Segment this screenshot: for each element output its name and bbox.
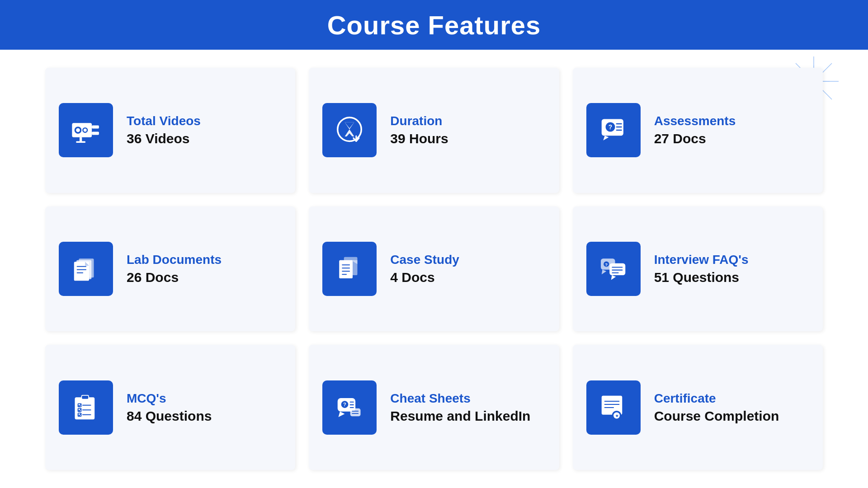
certificate-icon: ★ bbox=[598, 392, 629, 423]
certificate-value: Course Completion bbox=[654, 408, 779, 424]
certificate-icon-box: ★ bbox=[586, 380, 641, 435]
svg-point-10 bbox=[76, 128, 80, 132]
page-header: Course Features bbox=[0, 0, 868, 50]
svg-text:?: ? bbox=[608, 124, 612, 131]
card-assessments: ? Assessments 27 Docs bbox=[573, 68, 823, 193]
svg-rect-46 bbox=[82, 395, 88, 399]
svg-text:?: ? bbox=[605, 262, 608, 267]
duration-text: Duration 39 Hours bbox=[390, 114, 448, 146]
card-case-study: Case Study 4 Docs bbox=[309, 206, 559, 332]
assessments-value: 27 Docs bbox=[654, 131, 736, 146]
svg-point-12 bbox=[84, 129, 87, 132]
mcq-icon bbox=[70, 392, 102, 423]
case-study-icon-box bbox=[322, 242, 377, 296]
casestudy-icon bbox=[334, 253, 365, 285]
svg-text:?: ? bbox=[343, 402, 346, 407]
page-title: Course Features bbox=[327, 10, 541, 40]
card-interview-faqs: ? Interview FAQ's 51 Questions bbox=[573, 206, 823, 332]
cheat-sheets-text: Cheat Sheets Resume and LinkedIn bbox=[390, 391, 530, 424]
duration-label: Duration bbox=[390, 114, 448, 128]
card-certificate: ★ Certificate Course Completion bbox=[573, 345, 823, 470]
assessments-label: Assessments bbox=[654, 114, 736, 128]
svg-rect-32 bbox=[340, 260, 353, 278]
svg-rect-14 bbox=[76, 141, 85, 143]
interview-faqs-text: Interview FAQ's 51 Questions bbox=[654, 253, 749, 285]
svg-text:★: ★ bbox=[615, 414, 618, 418]
total-videos-text: Total Videos 36 Videos bbox=[127, 114, 201, 146]
cheatsheet-icon: ? bbox=[334, 392, 365, 423]
svg-rect-59 bbox=[350, 408, 361, 416]
assessment-icon: ? bbox=[598, 114, 629, 146]
interview-faqs-label: Interview FAQ's bbox=[654, 253, 749, 267]
lab-docs-label: Lab Documents bbox=[127, 253, 222, 267]
cheat-sheets-icon-box: ? bbox=[322, 380, 377, 435]
certificate-text: Certificate Course Completion bbox=[654, 391, 779, 424]
lab-docs-icon-box bbox=[59, 242, 113, 296]
svg-rect-16 bbox=[92, 132, 99, 135]
mcqs-label: MCQ's bbox=[127, 391, 212, 406]
mcqs-icon-box bbox=[59, 380, 113, 435]
interview-faqs-icon-box: ? bbox=[586, 242, 641, 296]
duration-value: 39 Hours bbox=[390, 131, 448, 146]
card-duration: Duration 39 Hours bbox=[309, 68, 559, 193]
faq-icon: ? bbox=[598, 253, 629, 285]
interview-faqs-value: 51 Questions bbox=[654, 270, 749, 285]
card-cheat-sheets: ? Cheat Sheets Resume and LinkedIn bbox=[309, 345, 559, 470]
case-study-label: Case Study bbox=[390, 253, 459, 267]
cheat-sheets-value: Resume and LinkedIn bbox=[390, 408, 530, 424]
duration-icon-box bbox=[322, 103, 377, 157]
features-grid: Total Videos 36 Videos Duration 39 Hour bbox=[0, 50, 868, 488]
total-videos-label: Total Videos bbox=[127, 114, 201, 128]
assessments-icon-box: ? bbox=[586, 103, 641, 157]
total-videos-icon-box bbox=[59, 103, 113, 157]
svg-rect-40 bbox=[609, 263, 625, 275]
total-videos-value: 36 Videos bbox=[127, 131, 201, 146]
mcqs-text: MCQ's 84 Questions bbox=[127, 391, 212, 424]
clock-icon bbox=[334, 114, 365, 146]
card-lab-documents: Lab Documents 26 Docs bbox=[45, 206, 295, 332]
cheat-sheets-label: Cheat Sheets bbox=[390, 391, 530, 406]
card-mcqs: MCQ's 84 Questions bbox=[45, 345, 295, 470]
docs-icon bbox=[70, 253, 102, 285]
lab-docs-text: Lab Documents 26 Docs bbox=[127, 253, 222, 285]
svg-rect-15 bbox=[92, 126, 99, 129]
case-study-text: Case Study 4 Docs bbox=[390, 253, 459, 285]
card-total-videos: Total Videos 36 Videos bbox=[45, 68, 295, 193]
video-icon bbox=[70, 114, 102, 146]
svg-point-17 bbox=[338, 117, 362, 141]
mcqs-value: 84 Questions bbox=[127, 408, 212, 424]
lab-docs-value: 26 Docs bbox=[127, 270, 222, 285]
certificate-label: Certificate bbox=[654, 391, 779, 406]
case-study-value: 4 Docs bbox=[390, 270, 459, 285]
assessments-text: Assessments 27 Docs bbox=[654, 114, 736, 146]
